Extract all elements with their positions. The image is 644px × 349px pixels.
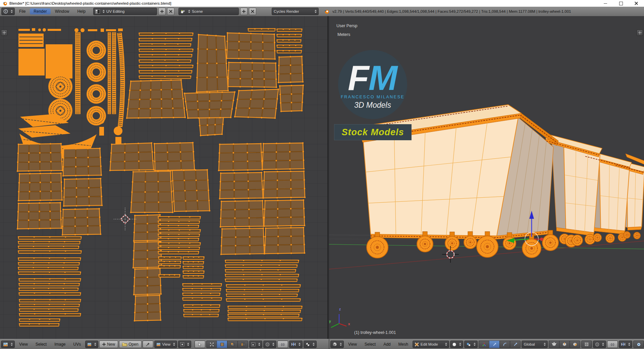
- sticky-selection-selector[interactable]: [249, 341, 262, 348]
- manipulator-group: [479, 341, 521, 348]
- uv-island-select-button[interactable]: [237, 341, 248, 348]
- viewport-3d[interactable]: User Persp Meters (1) trolley-wheel-1.00…: [329, 16, 644, 339]
- open-properties-button[interactable]: [637, 30, 643, 36]
- vp-menu-view[interactable]: View: [345, 342, 360, 347]
- uv-menu-image[interactable]: Image: [51, 342, 69, 347]
- vp-menu-add[interactable]: Add: [380, 342, 394, 347]
- vp-menu-select[interactable]: Select: [361, 342, 379, 347]
- limit-visible-toggle[interactable]: [581, 341, 592, 348]
- mode-selector[interactable]: Edit Mode: [413, 341, 449, 348]
- menu-render[interactable]: Render: [30, 8, 50, 14]
- edge-select-mode-button[interactable]: [559, 341, 570, 348]
- uv-menu-select[interactable]: Select: [32, 342, 50, 347]
- open-image-label: Open: [128, 342, 138, 347]
- scale-manipulator-button[interactable]: [510, 341, 521, 348]
- render-sphere-icon: [637, 342, 641, 347]
- vp-snap-toggle[interactable]: [607, 341, 618, 348]
- delete-layout-button[interactable]: [167, 8, 174, 15]
- gizmo-y-label: y: [329, 319, 331, 323]
- scene-selector[interactable]: Scene: [178, 8, 239, 15]
- vp-proportional-edit-selector[interactable]: [593, 341, 606, 348]
- uv-snap-element-selector[interactable]: [289, 341, 303, 348]
- island-select-icon: [241, 342, 245, 347]
- uv-vertex-select-button[interactable]: [206, 341, 217, 348]
- translate-manipulator-button[interactable]: [489, 341, 499, 348]
- logo-letter-f: F: [348, 64, 368, 92]
- vertex-select-mode-button[interactable]: [549, 341, 559, 348]
- render-preview-button[interactable]: [633, 341, 644, 348]
- face-select-mode-button[interactable]: [570, 341, 580, 348]
- info-editor-selector[interactable]: [1, 8, 15, 15]
- pivot-point-selector[interactable]: [464, 341, 478, 348]
- engine-arrows: [315, 10, 317, 13]
- menu-window[interactable]: Window: [51, 8, 73, 14]
- shading-sphere-icon: [452, 342, 457, 347]
- x-icon: [169, 10, 172, 13]
- plus-icon: [638, 31, 642, 35]
- uv-face-select-button[interactable]: [227, 341, 237, 348]
- sticky-arrows: [258, 343, 260, 346]
- rotate-manipulator-button[interactable]: [499, 341, 510, 348]
- proportional-arrows: [602, 343, 604, 346]
- uv-menu-uvs[interactable]: UVs: [70, 342, 85, 347]
- add-layout-button[interactable]: [158, 8, 166, 15]
- edge-select-icon: [220, 342, 224, 347]
- close-button[interactable]: [629, 0, 644, 7]
- uv-menu-view[interactable]: View: [16, 342, 31, 347]
- edit-mode-icon: [415, 342, 419, 347]
- uv-sync-select-toggle[interactable]: [195, 341, 205, 348]
- viewport-editor-type-selector[interactable]: [330, 341, 344, 348]
- info-icon: [3, 9, 8, 14]
- vertex-cube-icon: [552, 342, 556, 347]
- pivot-arrows: [187, 343, 189, 346]
- plus-icon: [102, 343, 106, 346]
- add-scene-button[interactable]: [240, 8, 248, 15]
- logo-name: FRANCESCO MILANESE: [341, 95, 405, 99]
- display-mode-selector[interactable]: View: [154, 341, 177, 348]
- stock-models-banner: Stock Models: [334, 124, 412, 140]
- mode-arrows: [445, 343, 447, 346]
- blender-logo-icon: [3, 1, 7, 6]
- window-controls: [598, 0, 644, 7]
- vertex-select-icon: [210, 342, 214, 347]
- new-image-label: New: [107, 342, 115, 347]
- screen-layout-selector[interactable]: UV Editing: [93, 8, 157, 15]
- render-engine-selector[interactable]: Cycles Render: [272, 8, 319, 15]
- engine-name: Cycles Render: [274, 9, 299, 13]
- top-menu-bar: File Render Window Help UV Editing Scene…: [0, 7, 644, 16]
- main-area: User Persp Meters (1) trolley-wheel-1.00…: [0, 16, 644, 339]
- render-slot-selector[interactable]: [304, 341, 317, 348]
- pin-image-button[interactable]: [143, 341, 153, 348]
- uv-snap-toggle[interactable]: [277, 341, 288, 348]
- proportional-edit-selector[interactable]: [263, 341, 276, 348]
- mesh-select-mode-group: [549, 341, 580, 348]
- uv-editor-type-selector[interactable]: [1, 341, 15, 348]
- uv-editor-header: View Select Image UVs New Open: [0, 339, 329, 349]
- uv-canvas[interactable]: [0, 16, 327, 339]
- delete-scene-button[interactable]: [249, 8, 256, 15]
- maximize-button[interactable]: [613, 0, 629, 7]
- uv-edge-select-button[interactable]: [217, 341, 227, 348]
- uv-image-editor[interactable]: [0, 16, 327, 339]
- pivot-center-selector[interactable]: [178, 341, 191, 348]
- vp-snap-element-selector[interactable]: [619, 341, 632, 348]
- face-cube-icon: [573, 342, 577, 347]
- orientation-selector[interactable]: Global: [522, 341, 548, 348]
- image-datablock-selector[interactable]: [85, 341, 98, 348]
- display-mode-arrows: [173, 343, 175, 346]
- maximize-icon: [619, 2, 623, 5]
- manipulator-toggle-button[interactable]: [479, 341, 489, 348]
- viewport-shading-selector[interactable]: [450, 341, 463, 348]
- menu-help[interactable]: Help: [73, 8, 89, 14]
- uv-selection-mode-group: [206, 341, 248, 348]
- minimize-button[interactable]: [598, 0, 613, 7]
- image-cycle-arrows: [94, 343, 96, 346]
- plus-icon: [242, 10, 246, 13]
- open-image-button[interactable]: Open: [119, 341, 141, 348]
- vp-menu-mesh[interactable]: Mesh: [395, 342, 412, 347]
- open-toolshelf-button[interactable]: [1, 30, 7, 36]
- menu-file[interactable]: File: [15, 8, 29, 14]
- active-object-label: (1) trolley-wheel-1.001: [354, 330, 396, 335]
- new-image-button[interactable]: New: [99, 341, 118, 348]
- editor-type-arrows: [11, 10, 13, 13]
